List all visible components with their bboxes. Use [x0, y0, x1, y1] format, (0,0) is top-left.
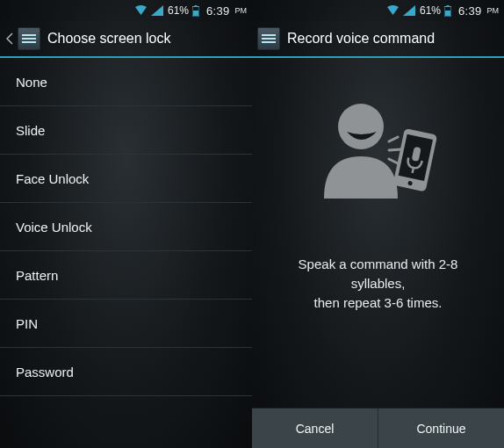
continue-button[interactable]: Continue	[378, 408, 504, 448]
list-item-label: Voice Unlock	[16, 220, 92, 235]
wifi-icon	[134, 5, 148, 16]
svg-rect-5	[445, 11, 450, 16]
svg-line-10	[412, 168, 413, 173]
option-pin[interactable]: PIN	[0, 300, 252, 348]
battery-icon	[444, 5, 451, 17]
option-none[interactable]: None	[0, 58, 252, 106]
instruction-line: then repeat 3-6 times.	[270, 293, 486, 313]
signal-icon	[151, 5, 163, 16]
button-bar: Cancel Continue	[252, 408, 504, 448]
option-face-unlock[interactable]: Face Unlock	[0, 155, 252, 203]
signal-icon	[403, 5, 415, 16]
voice-person-phone-icon	[308, 93, 449, 228]
option-voice-unlock[interactable]: Voice Unlock	[0, 203, 252, 251]
list-item-label: PIN	[16, 316, 38, 331]
clock-time: 6:39	[206, 4, 230, 18]
battery-percentage: 61%	[168, 4, 189, 17]
option-slide[interactable]: Slide	[0, 106, 252, 155]
list-item-label: Password	[16, 365, 74, 379]
screen-choose-lock: 61% 6:39 PM Choose screen lock None Slid…	[0, 0, 252, 448]
actionbar: Record voice command	[252, 21, 504, 58]
clock-ampm: PM	[235, 6, 248, 15]
option-pattern[interactable]: Pattern	[0, 251, 252, 300]
list-item-label: None	[16, 75, 47, 90]
svg-rect-2	[193, 11, 198, 16]
list-item-label: Pattern	[16, 268, 58, 283]
clock-time: 6:39	[458, 4, 482, 18]
cancel-button[interactable]: Cancel	[252, 408, 378, 448]
option-password[interactable]: Password	[0, 348, 252, 396]
back-icon[interactable]	[5, 20, 14, 57]
page-title: Record voice command	[287, 31, 435, 47]
svg-point-6	[338, 104, 384, 149]
instruction-text: Speak a command with 2-8 syllables, then…	[270, 255, 486, 312]
clock-ampm: PM	[487, 6, 500, 15]
statusbar: 61% 6:39 PM	[252, 0, 504, 21]
lock-options-list: None Slide Face Unlock Voice Unlock Patt…	[0, 58, 252, 448]
screen-record-voice: 61% 6:39 PM Record voice command	[252, 0, 504, 448]
wifi-icon	[386, 5, 400, 16]
instruction-line: Speak a command with 2-8 syllables,	[270, 255, 486, 293]
button-label: Cancel	[296, 422, 335, 436]
battery-percentage: 61%	[420, 4, 441, 17]
battery-icon	[192, 5, 199, 17]
voice-record-content: Speak a command with 2-8 syllables, then…	[252, 58, 504, 408]
button-label: Continue	[416, 422, 465, 436]
statusbar: 61% 6:39 PM	[0, 0, 252, 21]
settings-icon[interactable]	[18, 27, 40, 50]
settings-icon[interactable]	[257, 27, 280, 50]
page-title: Choose screen lock	[47, 31, 171, 47]
list-item-label: Slide	[16, 123, 45, 138]
list-item-label: Face Unlock	[16, 171, 89, 186]
actionbar: Choose screen lock	[0, 21, 252, 58]
